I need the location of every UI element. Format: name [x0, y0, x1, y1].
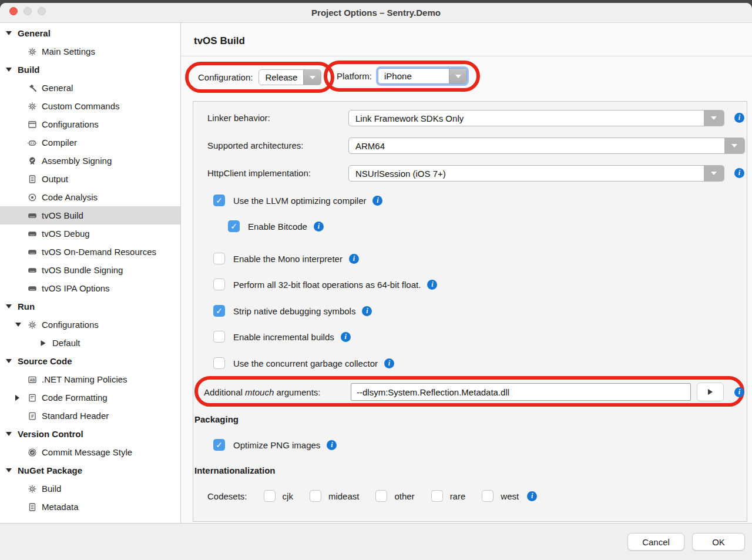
chevron-down-icon[interactable] — [724, 138, 744, 153]
info-icon[interactable]: i — [384, 358, 394, 368]
sidebar-item-nuget-package[interactable]: NuGet Package — [0, 461, 180, 479]
zoom-window-button[interactable] — [38, 7, 46, 15]
sidebar-item-label: General — [42, 83, 73, 93]
checkbox-label: mideast — [328, 491, 360, 501]
checkbox[interactable]: ✓ — [213, 305, 225, 317]
checkbox[interactable]: ✓ — [213, 195, 225, 206]
checkbox[interactable] — [482, 490, 494, 502]
sidebar-item-tvos-on-demand-resources[interactable]: tvOS On-Demand Resources — [0, 243, 180, 261]
dropdown-selected-value: ARM64 — [349, 141, 724, 151]
codeset-option-cjk: cjk — [264, 490, 293, 502]
checkbox-row: Enable the Mono interpreteri — [213, 253, 359, 264]
sidebar-item-metadata[interactable]: Metadata — [0, 498, 180, 516]
info-icon[interactable]: i — [372, 196, 382, 206]
sidebar-item-custom-commands[interactable]: Custom Commands — [0, 97, 180, 115]
sidebar-item-source-code[interactable]: Source Code — [0, 352, 180, 370]
sidebar-item-general[interactable]: General — [0, 79, 180, 97]
sidebar-item-build[interactable]: Build — [0, 61, 180, 79]
gear-icon — [27, 484, 38, 494]
info-icon[interactable]: i — [527, 491, 537, 501]
sidebar-item-version-control[interactable]: Version Control — [0, 425, 180, 443]
sidebar-item-label: Output — [42, 174, 68, 184]
close-window-button[interactable] — [9, 7, 18, 15]
info-icon[interactable]: i — [427, 280, 437, 290]
checkbox[interactable]: ✓ — [228, 220, 240, 232]
info-icon[interactable]: i — [314, 222, 324, 232]
gear-icon — [27, 320, 38, 330]
info-icon[interactable]: i — [327, 440, 337, 450]
checkbox-row: ✓Optimize PNG imagesi — [213, 439, 337, 451]
checkbox[interactable] — [213, 279, 225, 290]
sidebar-item-configurations[interactable]: Configurations — [0, 316, 180, 334]
info-icon[interactable]: i — [341, 332, 351, 342]
chevron-down-icon[interactable] — [303, 70, 321, 85]
caret-down-icon[interactable] — [6, 68, 12, 72]
sidebar-item-default[interactable]: Default — [0, 334, 180, 352]
info-icon[interactable]: i — [349, 254, 359, 264]
checkbox[interactable] — [431, 490, 443, 502]
sidebar-item-tvos-ipa-options[interactable]: tvOS IPA Options — [0, 279, 180, 297]
caret-down-icon[interactable] — [6, 31, 12, 35]
sidebar-item-run[interactable]: Run — [0, 297, 180, 316]
caret-down-icon[interactable] — [15, 323, 21, 327]
platform-value: iPhone — [378, 69, 449, 83]
caret-down-icon[interactable] — [6, 432, 12, 436]
configuration-select[interactable]: Release — [258, 69, 321, 85]
sidebar-item-configurations[interactable]: Configurations — [0, 115, 180, 133]
caret-down-icon[interactable] — [6, 359, 12, 363]
checkbox-row: ✓Use the LLVM optimizing compileri — [213, 195, 382, 206]
naming-icon: AB — [27, 375, 38, 384]
sidebar-item-tvos-bundle-signing[interactable]: tvOS Bundle Signing — [0, 261, 180, 279]
info-icon[interactable]: i — [362, 306, 372, 316]
sidebar-item-tvos-debug[interactable]: tvOS Debug — [0, 224, 180, 243]
caret-down-icon[interactable] — [6, 468, 12, 472]
info-icon[interactable]: i — [734, 113, 744, 123]
cancel-button[interactable]: Cancel — [627, 533, 684, 551]
checkbox-label: Use the LLVM optimizing compiler — [233, 196, 366, 206]
caret-right-icon[interactable] — [15, 395, 19, 401]
packaging-header: Packaging — [194, 414, 239, 424]
sidebar-item-compiler[interactable]: Compiler — [0, 133, 180, 152]
checkbox[interactable] — [213, 331, 225, 343]
play-icon — [38, 338, 48, 348]
sidebar-item-build[interactable]: Build — [0, 479, 180, 498]
checkbox[interactable] — [264, 490, 276, 502]
mtouch-arguments-menu-button[interactable] — [697, 383, 724, 401]
gear-icon — [27, 47, 38, 56]
chevron-down-icon[interactable] — [704, 166, 724, 181]
info-icon[interactable]: i — [734, 387, 744, 397]
checkbox[interactable] — [375, 490, 387, 502]
sidebar-item-standard-header[interactable]: #Standard Header — [0, 407, 180, 425]
platform-label: Platform: — [337, 71, 372, 81]
sidebar-item-code-analysis[interactable]: Code Analysis — [0, 188, 180, 206]
dropdown-selected-value: NSUrlSession (iOS 7+) — [349, 169, 704, 179]
chevron-down-icon[interactable] — [449, 69, 466, 83]
sidebar-item-tvos-build[interactable]: tvOS Build — [0, 206, 180, 224]
sidebar-item-assembly-signing[interactable]: Assembly Signing — [0, 152, 180, 170]
dialog-footer: Cancel OK — [0, 523, 752, 560]
checkbox[interactable]: ✓ — [213, 439, 225, 451]
checkbox-label: Strip native debugging symbols — [233, 306, 355, 316]
sidebar-item-general[interactable]: General — [0, 24, 180, 42]
sidebar-item-main-settings[interactable]: Main Settings — [0, 42, 180, 61]
titlebar: Project Options – Sentry.Demo — [0, 3, 752, 23]
dropdown-httpclient-implementation[interactable]: NSUrlSession (iOS 7+) — [348, 165, 724, 182]
ok-button[interactable]: OK — [692, 533, 745, 551]
dropdown-supported-architectures[interactable]: ARM64 — [348, 138, 745, 154]
checkbox[interactable] — [310, 490, 321, 502]
checkbox[interactable] — [213, 253, 225, 264]
info-icon[interactable]: i — [734, 168, 744, 178]
sidebar-item-commit-message-style[interactable]: Commit Message Style — [0, 443, 180, 461]
play-icon — [708, 389, 713, 395]
minimize-window-button[interactable] — [24, 7, 32, 15]
caret-down-icon[interactable] — [6, 304, 12, 308]
mtouch-arguments-input[interactable] — [351, 383, 691, 401]
sidebar-item-net-naming-policies[interactable]: AB.NET Naming Policies — [0, 370, 180, 388]
sidebar-item-code-formatting[interactable]: Code Formatting — [0, 388, 180, 407]
dropdown-linker-behavior[interactable]: Link Framework SDKs Only — [348, 110, 724, 126]
platform-select[interactable]: iPhone — [378, 68, 467, 84]
sidebar-item-label: Assembly Signing — [42, 156, 112, 166]
chevron-down-icon[interactable] — [704, 110, 724, 126]
sidebar-item-output[interactable]: Output — [0, 170, 180, 188]
checkbox[interactable] — [213, 357, 225, 369]
